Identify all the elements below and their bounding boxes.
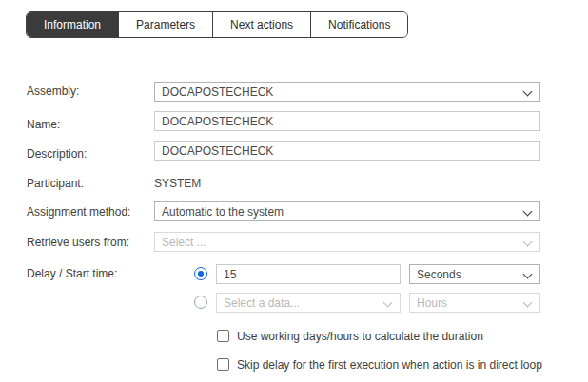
delay-duration-radio[interactable] xyxy=(194,267,207,280)
chevron-down-icon xyxy=(523,270,533,279)
participant-label: Participant: xyxy=(27,177,84,190)
chevron-down-icon xyxy=(523,87,533,97)
retrieve-users-label: Retrieve users from: xyxy=(27,236,129,249)
delay-data-unit-value: Hours xyxy=(417,296,447,310)
delay-duration-input[interactable] xyxy=(216,264,401,284)
tab-notifications[interactable]: Notifications xyxy=(310,12,407,37)
tab-next-actions[interactable]: Next actions xyxy=(212,12,310,37)
assembly-label: Assembly: xyxy=(27,85,79,98)
chevron-down-icon xyxy=(523,298,533,308)
tab-divider xyxy=(0,48,588,48)
description-label: Description: xyxy=(27,147,87,161)
name-input[interactable] xyxy=(154,111,540,131)
tab-bar: Information Parameters Next actions Noti… xyxy=(26,11,408,38)
assembly-select[interactable]: DOCAPOSTECHECK xyxy=(154,82,540,102)
information-tab-panel: Information Parameters Next actions Noti… xyxy=(0,0,588,382)
assignment-method-label: Assignment method: xyxy=(27,205,130,219)
delay-duration-unit-value: Seconds xyxy=(417,268,461,281)
chevron-down-icon xyxy=(523,238,533,247)
retrieve-users-select: Select ... xyxy=(154,232,540,252)
assignment-method-select-value: Automatic to the system xyxy=(162,205,284,219)
assignment-method-select[interactable]: Automatic to the system xyxy=(154,201,540,221)
delay-data-radio[interactable] xyxy=(194,296,207,309)
tab-information[interactable]: Information xyxy=(27,12,118,37)
tab-parameters[interactable]: Parameters xyxy=(118,12,212,37)
delay-duration-unit-select[interactable]: Seconds xyxy=(409,264,540,284)
skip-delay-checkbox[interactable] xyxy=(217,358,229,371)
working-days-checkbox-label: Use working days/hours to calculate the … xyxy=(237,330,483,343)
chevron-down-icon xyxy=(383,298,393,308)
description-input[interactable] xyxy=(154,141,540,161)
skip-delay-checkbox-label: Skip delay for the first execution when … xyxy=(237,358,542,372)
delay-data-unit-select: Hours xyxy=(409,293,540,313)
retrieve-users-select-placeholder: Select ... xyxy=(162,236,206,249)
chevron-down-icon xyxy=(523,207,533,217)
working-days-checkbox[interactable] xyxy=(217,330,229,342)
name-label: Name: xyxy=(27,118,60,131)
assembly-select-value: DOCAPOSTECHECK xyxy=(162,86,273,99)
delay-start-time-label: Delay / Start time: xyxy=(27,267,117,280)
participant-value: SYSTEM xyxy=(154,177,201,190)
delay-data-select: Select a data... xyxy=(216,293,401,313)
delay-data-select-placeholder: Select a data... xyxy=(224,296,300,310)
